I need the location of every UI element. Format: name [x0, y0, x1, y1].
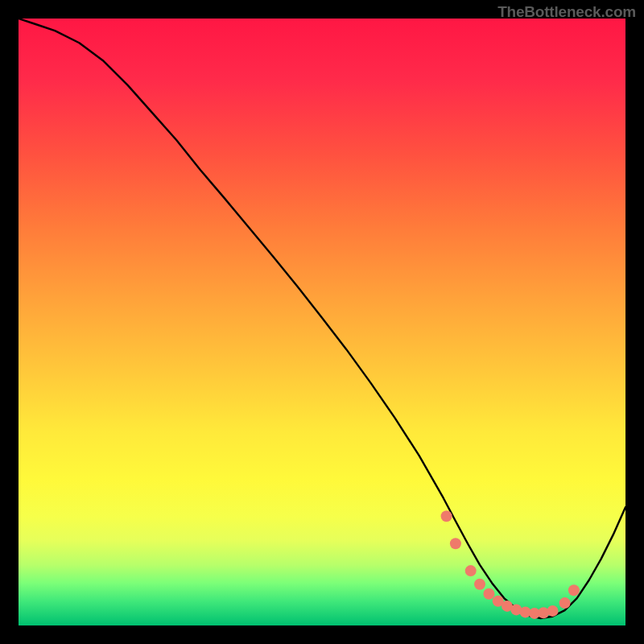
plot-area [19, 19, 625, 625]
marker-dot [441, 510, 452, 522]
watermark-text: TheBottleneck.com [497, 3, 636, 21]
marker-dot [568, 584, 580, 596]
marker-dot [474, 579, 485, 590]
recommended-range-dots [441, 510, 580, 619]
bottleneck-curve [19, 19, 625, 618]
marker-dot [483, 588, 494, 600]
marker-dot [547, 605, 559, 617]
marker-dot [465, 565, 477, 576]
chart-container: TheBottleneck.com [0, 0, 644, 644]
marker-dot [559, 597, 571, 609]
marker-dot [450, 538, 461, 549]
curve-overlay [19, 19, 625, 625]
